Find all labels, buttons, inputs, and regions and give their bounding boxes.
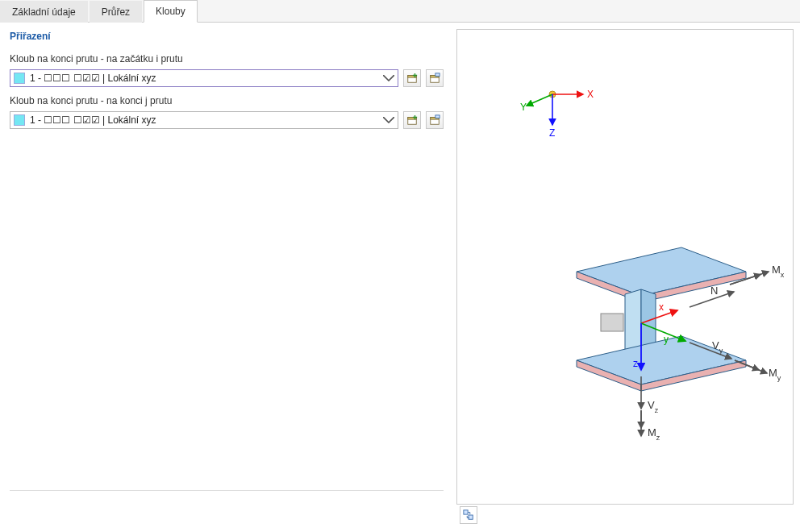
svg-text:y: y bbox=[664, 334, 669, 345]
hinge-end-dropdown[interactable]: 1 - ☐☐☐ ☐☑☑ | Lokální xyz bbox=[10, 111, 398, 129]
cross-section-diagram: x y z N Mx Vy bbox=[560, 223, 786, 443]
left-panel: Přiřazení Kloub na konci prutu - na začá… bbox=[0, 23, 450, 532]
hinge-library-button[interactable] bbox=[426, 111, 444, 129]
svg-text:My: My bbox=[769, 367, 781, 382]
svg-rect-4 bbox=[435, 73, 440, 77]
tab-basic-data[interactable]: Základní údaje bbox=[0, 1, 88, 23]
hinge-start-value: 1 - ☐☐☐ ☐☑☑ | Lokální xyz bbox=[30, 73, 383, 84]
section-title-assignment: Přiřazení bbox=[10, 31, 444, 42]
svg-text:Mz: Mz bbox=[648, 426, 660, 442]
hinge-end-value: 1 - ☐☐☐ ☐☑☑ | Lokální xyz bbox=[30, 114, 383, 126]
tab-bar: Základní údaje Průřez Klouby bbox=[0, 0, 800, 23]
tab-cross-section[interactable]: Průřez bbox=[90, 1, 142, 23]
hinge-end-label: Kloub na konci prutu - na konci j prutu bbox=[10, 95, 444, 106]
tab-hinges[interactable]: Klouby bbox=[144, 0, 198, 23]
svg-text:Mx: Mx bbox=[772, 264, 785, 279]
svg-rect-17 bbox=[601, 314, 623, 331]
svg-text:Y: Y bbox=[520, 102, 527, 113]
color-swatch-icon bbox=[14, 73, 25, 84]
info-area bbox=[10, 490, 444, 529]
svg-rect-9 bbox=[435, 115, 440, 118]
new-hinge-button[interactable] bbox=[403, 69, 421, 87]
svg-text:x: x bbox=[659, 301, 664, 313]
view-toggle-button[interactable] bbox=[460, 506, 477, 524]
hinge-start-dropdown[interactable]: 1 - ☐☐☐ ☐☑☑ | Lokální xyz bbox=[10, 69, 398, 87]
svg-rect-39 bbox=[464, 510, 468, 514]
right-panel: X Y Z bbox=[450, 23, 800, 532]
hinge-start-label: Kloub na konci prutu - na začátku i prut… bbox=[10, 53, 444, 64]
svg-text:X: X bbox=[587, 89, 594, 100]
chevron-down-icon bbox=[383, 73, 394, 84]
svg-text:z: z bbox=[633, 358, 638, 369]
color-swatch-icon bbox=[14, 114, 25, 126]
svg-text:Vz: Vz bbox=[648, 399, 659, 414]
global-axes-icon: X Y Z bbox=[520, 78, 593, 145]
preview-viewport[interactable]: X Y Z bbox=[456, 29, 794, 505]
svg-rect-40 bbox=[469, 515, 473, 519]
new-hinge-button[interactable] bbox=[403, 111, 421, 129]
svg-text:N: N bbox=[710, 285, 718, 297]
hinge-library-button[interactable] bbox=[426, 69, 444, 87]
chevron-down-icon bbox=[383, 114, 394, 126]
svg-line-12 bbox=[527, 94, 552, 106]
svg-text:Z: Z bbox=[549, 127, 555, 139]
